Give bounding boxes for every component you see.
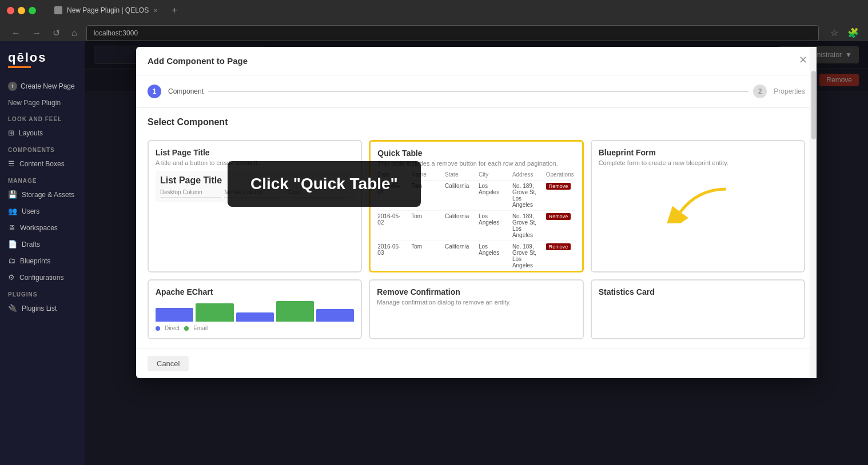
sidebar-item-workspaces[interactable]: 🖥 Workspaces xyxy=(0,219,85,236)
forward-button[interactable]: → xyxy=(30,26,43,41)
th-operations: Operations xyxy=(546,171,575,178)
browser-titlebar: New Page Plugin | QELOS ✕ + xyxy=(0,0,868,21)
legend-label-email: Email xyxy=(193,325,208,331)
component-card-statistics[interactable]: Statistics Card xyxy=(591,279,805,339)
modal-scrollbar[interactable] xyxy=(810,47,817,378)
sidebar-item-configurations[interactable]: ⚙ Configurations xyxy=(0,269,85,286)
td-address: No. 189, Grove St, Los Angeles xyxy=(512,243,541,268)
quick-table-preview: Date Name State City Address Operations … xyxy=(377,171,575,271)
td-address: No. 189, Grove St, Los Angeles xyxy=(512,213,541,238)
th-city: City xyxy=(479,171,508,178)
modal-header: Add Component to Page xyxy=(136,47,817,75)
card-title: Apache EChart xyxy=(156,287,354,296)
sidebar-item-content-boxes[interactable]: ☰ Content Boxes xyxy=(0,155,85,172)
component-card-quick-table[interactable]: Quick Table This table includes a remove… xyxy=(369,140,583,272)
bar-1 xyxy=(156,308,193,322)
sidebar-item-storage[interactable]: 💾 Storage & Assets xyxy=(0,186,85,203)
remove-row-button[interactable]: Remove xyxy=(546,183,571,190)
tab-title: New Page Plugin | QELOS xyxy=(67,6,149,14)
component-card-apache-echart[interactable]: Apache EChart Direct Email xyxy=(148,279,362,339)
current-page-item[interactable]: New Page Plugin xyxy=(0,95,85,110)
td-city: Los Angeles xyxy=(479,243,508,268)
create-page-label: Create New Page xyxy=(21,82,75,90)
step-2-number: 2 xyxy=(758,87,762,95)
remove-row-button[interactable]: Remove xyxy=(546,243,571,250)
modal-title: Add Component to Page xyxy=(148,56,248,66)
create-new-page-button[interactable]: + Create New Page xyxy=(0,77,85,95)
td-state: California xyxy=(445,213,474,238)
extension-icon[interactable]: 🧩 xyxy=(847,27,859,38)
td-name: Tom xyxy=(411,243,440,268)
card-desc: Manage confirmation dialog to remove an … xyxy=(377,299,575,306)
sidebar: qēlos + Create New Page New Page Plugin … xyxy=(0,41,85,465)
component-card-remove-confirmation[interactable]: Remove Confirmation Manage confirmation … xyxy=(369,279,583,339)
th-address: Address xyxy=(512,171,541,178)
td-name: Tom xyxy=(411,183,440,208)
storage-icon: 💾 xyxy=(8,190,17,199)
maximize-traffic-light[interactable] xyxy=(29,7,36,14)
table-header: Date Name State City Address Operations xyxy=(377,171,575,181)
sidebar-item-drafts[interactable]: 📄 Drafts xyxy=(0,236,85,252)
tab-close-button[interactable]: ✕ xyxy=(153,7,158,14)
content-boxes-icon: ☰ xyxy=(8,159,15,168)
sidebar-item-layouts[interactable]: ⊞ Layouts xyxy=(0,125,85,141)
sidebar-item-plugins-list[interactable]: 🔌 Plugins List xyxy=(0,300,85,316)
address-text: localhost:3000 xyxy=(94,29,138,37)
chart-legend: Direct Email xyxy=(156,325,354,331)
sidebar-item-label: Content Boxes xyxy=(19,160,65,168)
scroll-thumb[interactable] xyxy=(811,71,816,139)
url-bar[interactable]: localhost:3000 xyxy=(86,25,819,41)
browser-tab[interactable]: New Page Plugin | QELOS ✕ xyxy=(45,3,167,18)
configurations-icon: ⚙ xyxy=(8,273,15,282)
modal-footer: Cancel xyxy=(136,348,817,378)
td-city: Los Angeles xyxy=(479,213,508,238)
components-section: COMPONENTS xyxy=(0,141,85,155)
table-row: 2016-05-03 Tom California Los Angeles No… xyxy=(377,241,575,271)
modal-body: Select Component List Page Title A title… xyxy=(136,108,817,348)
close-traffic-light[interactable] xyxy=(7,7,14,14)
sidebar-item-users[interactable]: 👥 Users xyxy=(0,203,85,219)
card-title: List Page Title xyxy=(156,148,354,157)
add-component-modal: ✕ Add Component to Page 1 Component 2 Pr… xyxy=(136,47,817,378)
legend-label-direct: Direct xyxy=(165,325,180,331)
col-header-mobile: Mobile Column xyxy=(224,189,285,198)
card-content: List Page Title A title and a button to … xyxy=(149,141,361,209)
home-button[interactable]: ⌂ xyxy=(69,26,79,41)
manage-section: MANAGE xyxy=(0,172,85,186)
yellow-arrow-svg xyxy=(663,178,732,223)
remove-row-button[interactable]: Remove xyxy=(546,213,571,220)
chart-preview xyxy=(156,299,354,322)
back-button[interactable]: ← xyxy=(9,26,23,41)
list-page-title-preview: List Page Title Desktop Column Mobile Co… xyxy=(156,171,354,202)
card-content: Remove Confirmation Manage confirmation … xyxy=(370,280,582,317)
new-tab-button[interactable]: + xyxy=(172,5,177,15)
modal-close-button[interactable]: ✕ xyxy=(799,54,807,66)
col-headers: Desktop Column Mobile Column Cont... xyxy=(160,189,349,198)
wizard-steps: 1 Component 2 Properties xyxy=(136,75,817,108)
cancel-button[interactable]: Cancel xyxy=(148,356,189,371)
workspaces-icon: 🖥 xyxy=(8,223,15,232)
card-content: Apache EChart Direct Email xyxy=(149,280,361,338)
tab-bar: New Page Plugin | QELOS ✕ + xyxy=(41,0,861,21)
sidebar-item-blueprints[interactable]: 🗂 Blueprints xyxy=(0,252,85,269)
minimize-traffic-light[interactable] xyxy=(18,7,25,14)
step-2-label: Properties xyxy=(774,87,805,95)
traffic-lights xyxy=(7,7,36,14)
td-name: Tom xyxy=(411,213,440,238)
sidebar-item-label: Drafts xyxy=(22,240,40,248)
card-content: Blueprint Form Complete form to create a… xyxy=(592,141,804,242)
component-card-blueprint-form[interactable]: Blueprint Form Complete form to create a… xyxy=(591,140,805,272)
td-city: Los Angeles xyxy=(479,183,508,208)
bookmark-icon[interactable]: ☆ xyxy=(830,27,838,38)
blueprints-icon: 🗂 xyxy=(8,256,15,265)
preview-title: List Page Title xyxy=(160,175,349,186)
step-1-number: 1 xyxy=(153,87,157,95)
component-card-list-page-title[interactable]: List Page Title A title and a button to … xyxy=(148,140,362,272)
layouts-icon: ⊞ xyxy=(8,129,14,137)
th-date: Date xyxy=(377,171,407,178)
bar-5 xyxy=(316,309,354,322)
td-address: No. 189, Grove St, Los Angeles xyxy=(512,183,541,208)
refresh-button[interactable]: ↺ xyxy=(50,25,62,41)
th-name: Name xyxy=(411,171,440,178)
sidebar-item-label: Users xyxy=(22,207,39,215)
